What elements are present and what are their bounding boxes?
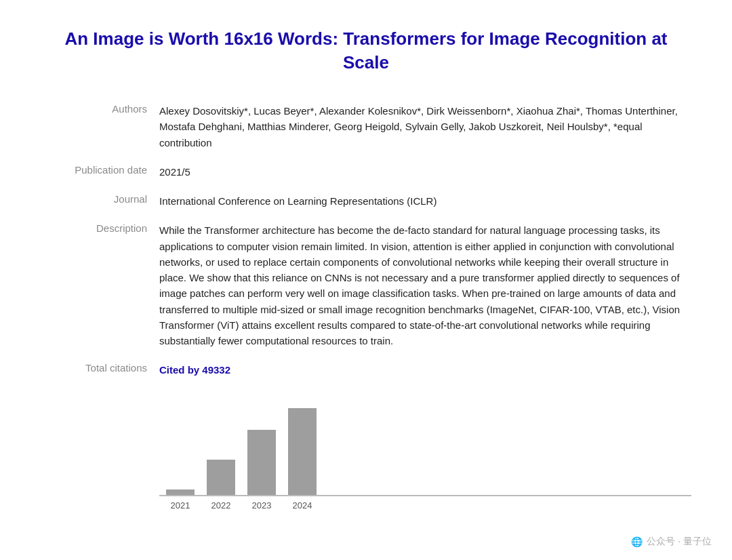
watermark-text: 公众号 · 量子位 [647,536,712,548]
authors-value: Alexey Dosovitskiy*, Lucas Beyer*, Alexa… [159,96,691,157]
bar-2021 [166,489,195,495]
paper-title: An Image is Worth 16x16 Words: Transform… [41,27,691,75]
bar-2023 [247,430,276,495]
citations-value: Cited by 49332 [159,355,691,384]
authors-label: Authors [41,96,159,157]
citations-chart-area: 2021202220232024 [41,401,691,511]
bar-chart [159,401,691,496]
pubdate-value: 2021/5 [159,157,691,186]
journal-row: Journal International Conference on Lear… [41,186,691,216]
bar-group-2022 [207,460,235,495]
bar-label-2024: 2024 [288,500,317,511]
bar-group-2021 [166,489,195,495]
watermark: 🌐 公众号 · 量子位 [631,536,712,548]
citations-label: Total citations [41,355,159,384]
bar-labels: 2021202220232024 [159,500,691,511]
citations-row: Total citations Cited by 49332 [41,355,691,384]
description-value: While the Transformer architecture has b… [159,216,691,355]
citations-link[interactable]: Cited by 49332 [159,364,230,376]
pubdate-label: Publication date [41,157,159,186]
bar-label-2023: 2023 [247,500,276,511]
bar-group-2024 [288,408,317,495]
watermark-icon: 🌐 [631,536,643,547]
description-row: Description While the Transformer archit… [41,216,691,355]
bar-label-2022: 2022 [207,500,235,511]
journal-label: Journal [41,186,159,216]
bar-label-2021: 2021 [166,500,195,511]
authors-row: Authors Alexey Dosovitskiy*, Lucas Beyer… [41,96,691,157]
bar-2024 [288,408,317,495]
bar-group-2023 [247,430,276,495]
bar-2022 [207,460,235,495]
description-label: Description [41,216,159,355]
pubdate-row: Publication date 2021/5 [41,157,691,186]
journal-value: International Conference on Learning Rep… [159,186,691,216]
info-table: Authors Alexey Dosovitskiy*, Lucas Beyer… [41,96,691,385]
